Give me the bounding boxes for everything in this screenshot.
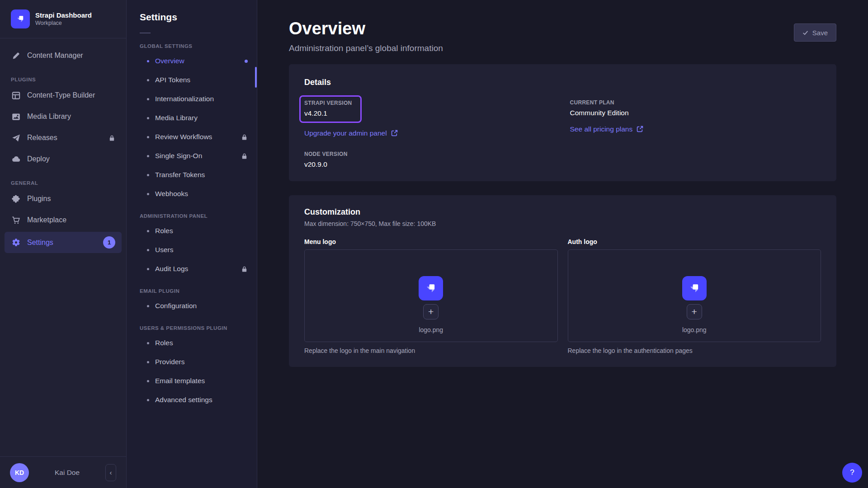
sidebar-item-label: Settings <box>27 239 53 247</box>
subnav-item-up-roles[interactable]: Roles <box>127 333 257 352</box>
bullet-icon <box>147 60 149 62</box>
subnav-item-label: Review Workflows <box>155 133 212 141</box>
bullet-icon <box>147 155 149 157</box>
puzzle-icon <box>11 194 21 204</box>
sidebar-item-label: Releases <box>27 134 57 142</box>
add-logo-button[interactable]: + <box>423 304 439 319</box>
chevron-left-icon: ‹ <box>110 469 112 476</box>
strapi-version-highlight: STRAPI VERSION v4.20.1 <box>299 95 362 123</box>
subnav-item-admin-users[interactable]: Users <box>127 240 257 259</box>
subnav-item-label: Single Sign-On <box>155 152 202 160</box>
bullet-icon <box>147 136 149 138</box>
sidebar-item-label: Content Manager <box>27 52 83 60</box>
customization-card-title: Customization <box>304 207 821 217</box>
avatar[interactable]: KD <box>10 463 29 482</box>
collapse-sidebar-button[interactable]: ‹ <box>105 464 116 481</box>
sidebar-item-label: Deploy <box>27 155 50 163</box>
subnav-item-label: Roles <box>155 227 173 235</box>
save-button[interactable]: Save <box>794 23 836 42</box>
sidebar-item-deploy[interactable]: Deploy <box>5 150 122 169</box>
bullet-icon <box>147 79 149 81</box>
subnav-item-admin-roles[interactable]: Roles <box>127 221 257 240</box>
subnav-item-overview[interactable]: Overview <box>127 52 257 70</box>
subnav-scrollbar-thumb[interactable] <box>255 67 257 88</box>
subnav-item-label: Email templates <box>155 377 205 385</box>
subnav-item-advanced-settings[interactable]: Advanced settings <box>127 390 257 409</box>
subnav-item-label: Media Library <box>155 114 198 122</box>
subnav-item-label: Webhooks <box>155 190 188 198</box>
auth-logo-upload-box[interactable]: + logo.png <box>568 249 821 342</box>
customization-constraints: Max dimension: 750×750, Max file size: 1… <box>304 220 821 227</box>
section-label-plugins: PLUGINS <box>0 77 126 82</box>
current-plan-value: Community Edition <box>570 109 821 117</box>
section-label-general: GENERAL <box>0 180 126 186</box>
sidebar-item-label: Marketplace <box>27 216 66 224</box>
subnav-item-media-library[interactable]: Media Library <box>127 108 257 127</box>
menu-logo-caption: Replace the logo in the main navigation <box>304 347 558 354</box>
subnav-section-administration-panel: ADMINISTRATION PANEL <box>127 213 257 219</box>
settings-notification-badge: 1 <box>103 236 115 249</box>
menu-logo-field: Menu logo + logo.png Replace the logo <box>304 238 558 354</box>
sidebar-item-settings[interactable]: Settings 1 <box>5 232 122 253</box>
subnav-item-configuration[interactable]: Configuration <box>127 296 257 315</box>
node-version-label: NODE VERSION <box>304 151 556 157</box>
details-card-title: Details <box>304 78 821 87</box>
bullet-icon <box>147 361 149 363</box>
help-button[interactable]: ? <box>842 463 862 483</box>
page-title: Overview <box>289 19 443 39</box>
bullet-icon <box>147 305 149 307</box>
page-header: Overview Administration panel’s global i… <box>289 19 836 53</box>
subnav-divider <box>140 33 151 33</box>
sidebar-item-media-library[interactable]: Media Library <box>5 107 122 126</box>
auth-logo-field: Auth logo + logo.png Replace the logo <box>568 238 821 354</box>
lock-icon <box>241 266 248 272</box>
subnav-section-email-plugin: EMAIL PLUGIN <box>127 288 257 294</box>
sidebar-item-plugins[interactable]: Plugins <box>5 189 122 208</box>
subnav-item-email-templates[interactable]: Email templates <box>127 371 257 390</box>
subnav-item-providers[interactable]: Providers <box>127 352 257 371</box>
subnav-item-label: Configuration <box>155 302 197 310</box>
subnav-item-api-tokens[interactable]: API Tokens <box>127 70 257 89</box>
subnav-item-webhooks[interactable]: Webhooks <box>127 184 257 203</box>
pricing-plans-link[interactable]: See all pricing plans <box>570 125 644 133</box>
app-root: Strapi Dashboard Workplace Content Manag… <box>0 0 868 488</box>
subnav-section-users-permissions-plugin: USERS & PERMISSIONS PLUGIN <box>127 325 257 331</box>
workspace-brand[interactable]: Strapi Dashboard Workplace <box>0 0 126 38</box>
menu-logo-label: Menu logo <box>304 238 558 245</box>
subnav-item-label: Overview <box>155 57 184 65</box>
sidebar-item-content-type-builder[interactable]: Content-Type Builder <box>5 86 122 105</box>
workspace-name: Workplace <box>35 20 92 27</box>
subnav-item-single-sign-on[interactable]: Single Sign-On <box>127 146 257 165</box>
check-icon <box>802 30 808 36</box>
subnav-item-transfer-tokens[interactable]: Transfer Tokens <box>127 165 257 184</box>
sidebar-item-label: Media Library <box>27 113 71 121</box>
bullet-icon <box>147 230 149 232</box>
menu-logo-upload-box[interactable]: + logo.png <box>304 249 558 342</box>
add-logo-button[interactable]: + <box>687 304 702 319</box>
subnav-section-global-settings: GLOBAL SETTINGS <box>127 43 257 49</box>
bullet-icon <box>147 174 149 176</box>
subnav-item-internationalization[interactable]: Internationalization <box>127 89 257 108</box>
details-card: Details STRAPI VERSION v4.20.1 Upgrade y… <box>289 64 836 181</box>
sidebar-item-marketplace[interactable]: Marketplace <box>5 211 122 230</box>
upgrade-link-label: Upgrade your admin panel <box>304 129 387 137</box>
bullet-icon <box>147 399 149 401</box>
menu-logo-filename: logo.png <box>419 326 443 333</box>
brand-name: Strapi Dashboard <box>35 11 92 20</box>
subnav-item-label: Roles <box>155 339 173 347</box>
cart-icon <box>11 215 21 225</box>
main-content: Overview Administration panel’s global i… <box>257 0 868 488</box>
current-plan-label: CURRENT PLAN <box>570 99 821 106</box>
bullet-icon <box>147 249 149 251</box>
sidebar-item-releases[interactable]: Releases <box>5 128 122 147</box>
main-sidebar: Strapi Dashboard Workplace Content Manag… <box>0 0 127 488</box>
upgrade-admin-panel-link[interactable]: Upgrade your admin panel <box>304 129 398 137</box>
subnav-item-review-workflows[interactable]: Review Workflows <box>127 127 257 146</box>
sidebar-item-content-manager[interactable]: Content Manager <box>5 46 122 65</box>
bullet-icon <box>147 380 149 382</box>
gear-icon <box>11 238 21 248</box>
subnav-item-audit-logs[interactable]: Audit Logs <box>127 259 257 278</box>
strapi-logo-icon <box>11 9 30 28</box>
pen-icon <box>11 51 21 61</box>
pricing-link-label: See all pricing plans <box>570 125 633 133</box>
